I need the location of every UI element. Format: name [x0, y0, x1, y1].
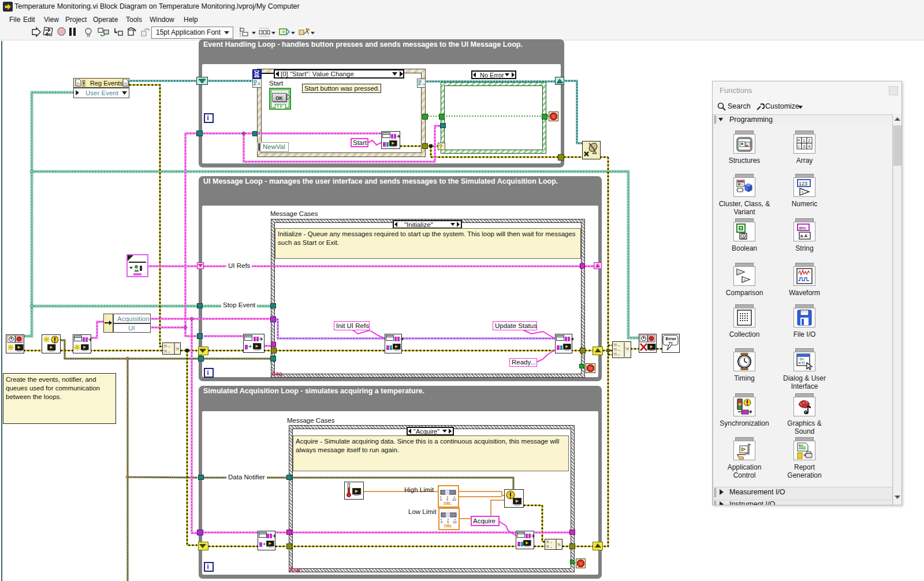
- svg-text:?!→: ?!→: [613, 343, 621, 347]
- svg-text:0: 0: [440, 498, 442, 501]
- svg-text:+: +: [801, 189, 804, 195]
- svg-text:DBL: DBL: [444, 501, 452, 505]
- svg-text:10: 10: [452, 498, 456, 501]
- svg-text:?!: ?!: [557, 543, 561, 547]
- svg-text:1: 1: [803, 138, 806, 143]
- svg-text:R: R: [798, 139, 800, 142]
- svg-text:wl 50: wl 50: [798, 361, 805, 364]
- svg-text:10: 10: [453, 520, 457, 524]
- svg-text:?!: ?!: [625, 347, 629, 351]
- svg-text:>: >: [743, 278, 746, 282]
- svg-text:=: =: [738, 270, 740, 274]
- svg-text:abc: abc: [799, 225, 806, 230]
- svg-text:a A: a A: [800, 233, 807, 239]
- svg-text:DBL: DBL: [444, 524, 453, 527]
- svg-text:C: C: [798, 145, 800, 148]
- svg-text:T: T: [740, 226, 743, 231]
- svg-text:2: 2: [808, 138, 811, 143]
- svg-text:?!: ?!: [76, 82, 80, 86]
- svg-text:?!: ?!: [668, 341, 673, 346]
- svg-text:123: 123: [799, 181, 807, 187]
- svg-text:A: A: [742, 234, 745, 239]
- svg-text:3: 3: [803, 144, 806, 149]
- svg-text:?!→: ?!→: [163, 344, 171, 348]
- svg-text:?!→: ?!→: [613, 352, 621, 356]
- svg-text:?!→: ?!→: [546, 540, 553, 544]
- svg-text:?!→: ?!→: [546, 545, 553, 549]
- svg-text:?!→: ?!→: [613, 348, 621, 352]
- svg-text:?!→: ?!→: [163, 349, 171, 353]
- svg-text:?!: ?!: [176, 347, 179, 351]
- svg-text:?!: ?!: [124, 82, 127, 86]
- svg-text:4: 4: [808, 144, 811, 149]
- svg-text:0: 0: [441, 520, 443, 524]
